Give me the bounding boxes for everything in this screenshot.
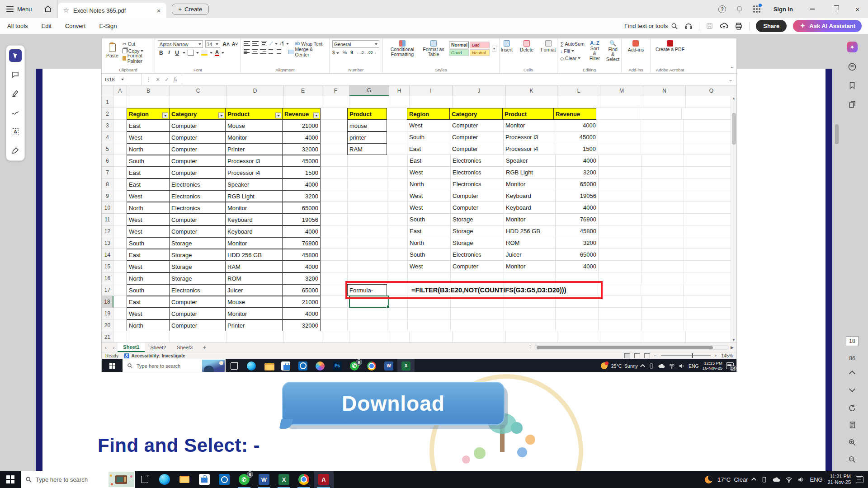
sheet-cell: Computer — [169, 155, 226, 167]
notifications-button[interactable] — [732, 0, 747, 18]
sheet-cell — [348, 225, 387, 237]
sheet-cell — [226, 331, 284, 342]
insert-icon — [504, 40, 510, 47]
weather-text[interactable]: 17°C Clear — [717, 476, 748, 483]
sheet-cell: Revenue — [553, 108, 596, 120]
pages-panel-button[interactable] — [842, 100, 863, 108]
sheet-row: 10NorthElectronicsMonitor65000WestComput… — [102, 202, 736, 214]
next-page-button[interactable] — [842, 387, 863, 391]
draw-tool-button[interactable] — [9, 106, 22, 119]
add-text-tool-button[interactable]: A — [9, 125, 22, 138]
read-aloud-icon[interactable] — [684, 22, 693, 30]
vertical-dots: ⋮ — [146, 76, 151, 83]
sheet-cell — [113, 214, 127, 225]
close-button[interactable]: × — [847, 0, 868, 18]
star-icon[interactable]: ☆ — [63, 6, 69, 14]
sheet-cell: Keyboard — [225, 214, 283, 225]
help-button[interactable]: ? — [715, 0, 730, 18]
sheet-cell: 4000 — [556, 261, 599, 272]
rotate-page-button[interactable] — [842, 404, 863, 412]
apps-grid-button[interactable] — [749, 0, 764, 18]
start-button[interactable] — [0, 471, 21, 488]
sheet-cell — [348, 261, 387, 272]
volume-icon[interactable] — [797, 477, 805, 483]
word-button[interactable] — [254, 471, 274, 488]
onedrive-icon[interactable] — [772, 477, 780, 483]
sheet-cell — [642, 319, 684, 331]
ask-ai-button[interactable]: Ask AI Assistant — [793, 20, 862, 32]
select-tool-button[interactable] — [9, 49, 22, 62]
file-explorer-button[interactable] — [175, 471, 194, 488]
minimize-button[interactable] — [802, 0, 823, 18]
column-header: O — [686, 85, 736, 96]
clock[interactable]: 11:21 PM21-Nov-25 — [828, 474, 851, 485]
sheet-cell: Computer — [169, 296, 226, 308]
row-header: 20 — [102, 319, 113, 331]
sheet-cell — [684, 249, 736, 261]
ai-assistant-panel-button[interactable]: ✦ — [842, 42, 863, 52]
zoom-in-button[interactable] — [842, 438, 863, 446]
weather-moon-icon[interactable] — [705, 476, 712, 483]
clipboard-group: Paste ✂Cut Copy Format Painter Clipboard — [102, 38, 155, 73]
accessibility-icon: ♿ — [124, 353, 129, 358]
find-text-button[interactable]: Find text or tools — [624, 23, 678, 30]
document-tab[interactable]: ☆ Excel Notes 365.pdf × — [58, 3, 166, 18]
sheet-cell — [599, 249, 642, 261]
convert-button[interactable]: Convert — [65, 23, 86, 29]
comments-panel-button[interactable] — [842, 62, 863, 71]
action-center-icon[interactable] — [856, 476, 863, 483]
wifi-icon[interactable] — [785, 477, 793, 483]
comment-tool-button[interactable] — [9, 68, 22, 81]
cloud-upload-icon[interactable] — [720, 22, 728, 30]
excel-screenshot: Paste ✂Cut Copy Format Painter Clipboard… — [101, 38, 737, 372]
outlook-button[interactable] — [214, 471, 234, 488]
acrobat-icon — [318, 474, 329, 485]
menu-button[interactable]: Menu — [0, 0, 38, 18]
whatsapp-button[interactable]: 6 — [234, 471, 254, 488]
task-view-button[interactable] — [135, 471, 155, 488]
print-icon[interactable] — [735, 22, 743, 30]
language-indicator[interactable]: ENG — [810, 476, 822, 483]
edge-icon — [243, 359, 260, 372]
edge-button[interactable] — [155, 471, 175, 488]
sign-in-button[interactable]: Sign in — [766, 6, 800, 13]
store-button[interactable] — [194, 471, 214, 488]
sheet-cell — [556, 319, 599, 331]
esign-button[interactable]: E-Sign — [99, 23, 117, 29]
sheet-cell — [322, 331, 349, 342]
share-button[interactable]: Share — [756, 20, 787, 32]
sheet-row: 15WestStorageRAM4000WestComputerMonitor4… — [102, 261, 736, 272]
save-icon[interactable] — [706, 22, 713, 30]
create-button[interactable]: + Create — [172, 4, 209, 15]
chevron-down-icon — [849, 386, 855, 392]
phone-link-icon[interactable] — [761, 476, 767, 483]
all-tools-button[interactable]: All tools — [7, 23, 28, 29]
sheet-cell — [321, 120, 348, 131]
fit-page-button[interactable] — [842, 421, 863, 429]
restore-button[interactable] — [825, 0, 845, 18]
home-button[interactable] — [38, 0, 58, 18]
chrome-button[interactable] — [294, 471, 314, 488]
align-center-icon — [252, 49, 258, 54]
excel-button[interactable] — [274, 471, 294, 488]
pdf-scrollbar[interactable] — [835, 36, 839, 468]
zoom-in-icon — [848, 438, 856, 446]
taskbar-search-box[interactable]: Type here to search — [21, 471, 135, 488]
highlight-tool-button[interactable] — [9, 87, 22, 100]
bookmarks-panel-button[interactable] — [842, 81, 863, 89]
zoom-out-button[interactable] — [842, 455, 863, 464]
page-number-box[interactable]: 18 — [842, 336, 863, 346]
sheet-row: 3EastComputerMouse21000mouseWestComputer… — [102, 120, 736, 131]
pdf-scrollbar-thumb[interactable] — [835, 124, 839, 144]
edit-button[interactable]: Edit — [42, 23, 52, 29]
sheet-cell: South — [127, 237, 170, 249]
find-select-icon: 🔍 — [609, 40, 616, 47]
previous-page-button[interactable] — [842, 371, 863, 376]
clear-icon: ◇ — [560, 56, 564, 61]
acrobat-button[interactable] — [314, 471, 334, 488]
hidden-icons-chevron[interactable] — [751, 478, 756, 483]
close-tab-icon[interactable]: × — [157, 7, 161, 14]
sheet-cell — [348, 202, 387, 214]
borders-icon — [188, 50, 194, 56]
sign-tool-button[interactable] — [9, 144, 22, 157]
